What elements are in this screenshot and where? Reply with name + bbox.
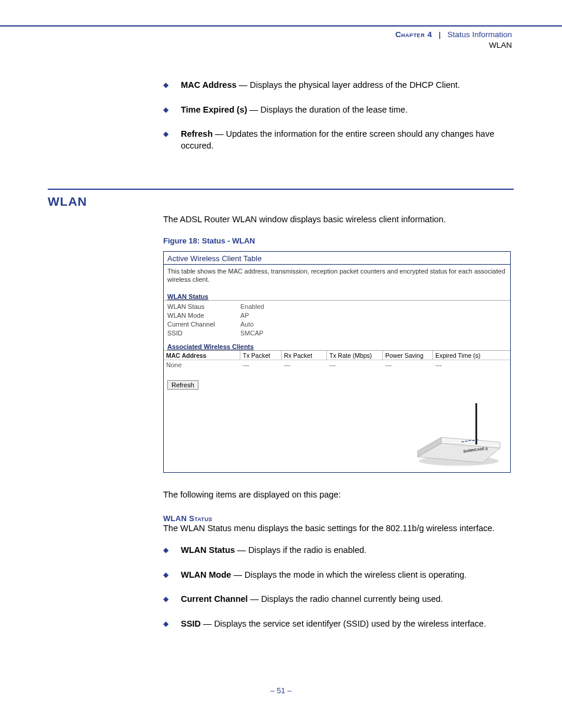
refresh-button[interactable]: Refresh	[167, 380, 199, 390]
bullet-term: Refresh	[181, 129, 213, 139]
bullet-icon: ◆	[163, 569, 181, 581]
wlan-status-table: WLAN StausEnabled WLAN ModeAP Current Ch…	[164, 301, 510, 337]
bullet-desc: — Displays if the radio is enabled.	[235, 545, 366, 555]
wlan-panel: Active Wireless Client Table This table …	[163, 251, 511, 473]
bullet-icon: ◆	[163, 545, 181, 556]
bullet-icon: ◆	[163, 594, 181, 605]
status-key: Current Channel	[167, 321, 240, 328]
bullet-desc: — Displays the mode in which the wireles…	[231, 570, 467, 579]
header-title: Status Information	[447, 30, 512, 39]
bullet-desc: — Displays the service set identifyer (S…	[201, 619, 486, 628]
list-item: ◆SSID — Displays the service set identif…	[163, 618, 514, 630]
list-item: ◆WLAN Mode — Displays the mode in which …	[163, 569, 514, 581]
status-key: SSID	[167, 330, 240, 337]
bullet-desc: — Displays the radio channel currently b…	[248, 594, 443, 604]
column-header: Power Saving	[383, 351, 433, 360]
table-row: SSIDSMCAP	[167, 328, 510, 337]
figure-caption: Figure 18: Status - WLAN	[163, 236, 514, 245]
status-key: WLAN Staus	[167, 303, 240, 310]
wlan-status-heading: WLAN Status	[163, 514, 514, 523]
bullet-desc: — Updates the information for the entire…	[181, 129, 494, 150]
status-value: Auto	[240, 321, 254, 328]
list-item: ◆Current Channel — Displays the radio ch…	[163, 594, 514, 605]
column-header: Tx Rate (Mbps)	[327, 351, 383, 360]
table-row: Current ChannelAuto	[167, 319, 510, 328]
page-number: – 51 –	[0, 686, 562, 695]
list-item: ◆ Time Expired (s) — Displays the durati…	[163, 104, 514, 116]
section-intro: The ADSL Router WLAN window displays bas…	[163, 214, 514, 226]
list-item: ◆WLAN Status — Displays if the radio is …	[163, 545, 514, 556]
bullet-desc: — Displays the physical layer address of…	[237, 80, 460, 90]
bullet-icon: ◆	[163, 104, 181, 116]
top-bullet-list: ◆ MAC Address — Displays the physical la…	[163, 80, 514, 151]
status-value: SMCAP	[240, 330, 263, 337]
bullet-term: MAC Address	[181, 80, 237, 90]
clients-subheading: Associated Wireless Clients	[164, 337, 510, 351]
bullet-term: Time Expired (s)	[181, 105, 247, 114]
list-item: ◆ Refresh — Updates the information for …	[163, 129, 514, 151]
section-heading: WLAN	[48, 195, 87, 209]
bullet-term: SSID	[181, 619, 201, 628]
cell: None	[164, 361, 240, 369]
after-panel-intro: The following items are displayed on thi…	[163, 489, 514, 501]
cell: ---	[282, 361, 327, 369]
client-table-header: MAC Address Tx Packet Rx Packet Tx Rate …	[164, 351, 510, 360]
table-row: WLAN StausEnabled	[167, 302, 510, 311]
table-row: WLAN ModeAP	[167, 311, 510, 319]
lower-bullet-list: ◆WLAN Status — Displays if the radio is …	[163, 545, 514, 630]
header-chapter: Chapter 4	[395, 30, 432, 39]
panel-description: This table shows the MAC address, transm…	[164, 265, 510, 285]
page-header: Chapter 4 | Status Information WLAN	[395, 29, 512, 51]
bullet-icon: ◆	[163, 618, 181, 630]
table-row: None --- --- --- --- ---	[164, 360, 510, 369]
list-item: ◆ MAC Address — Displays the physical la…	[163, 80, 514, 91]
bullet-term: WLAN Status	[181, 545, 235, 555]
column-header: Rx Packet	[282, 351, 327, 360]
column-header: Expired Time (s)	[433, 351, 492, 360]
router-image: ━ ━ ━ ━ ━ BARRICADE g	[406, 401, 503, 469]
column-header: MAC Address	[164, 351, 240, 360]
bullet-term: WLAN Mode	[181, 570, 231, 579]
cell: ---	[383, 361, 433, 369]
section-rule	[48, 189, 514, 190]
bullet-term: Current Channel	[181, 594, 248, 604]
cell: ---	[240, 361, 282, 369]
header-separator: |	[434, 30, 445, 39]
status-value: Enabled	[240, 303, 264, 310]
bullet-desc: — Displays the duration of the lease tim…	[247, 105, 408, 114]
status-key: WLAN Mode	[167, 312, 240, 319]
wlan-status-subheading: WLAN Status	[164, 288, 510, 301]
header-rule	[0, 25, 562, 27]
column-header: Tx Packet	[240, 351, 282, 360]
bullet-icon: ◆	[163, 80, 181, 91]
status-value: AP	[240, 312, 249, 319]
cell: ---	[327, 361, 383, 369]
cell: ---	[433, 361, 492, 369]
header-subtitle: WLAN	[489, 41, 512, 50]
bullet-icon: ◆	[163, 129, 181, 151]
panel-title: Active Wireless Client Table	[164, 252, 510, 265]
wlan-status-description: The WLAN Status menu displays the basic …	[163, 523, 514, 535]
